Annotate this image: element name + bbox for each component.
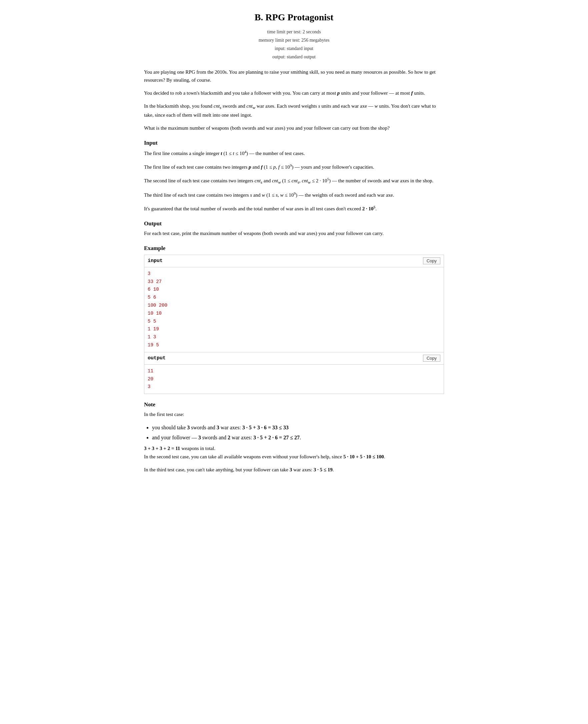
note-para-2: 3 + 3 + 3 + 2 = 11 weapons in total. In … bbox=[144, 444, 444, 461]
note-section: Note In the first test case: you should … bbox=[144, 400, 444, 474]
problem-paragraph-1: You are playing one RPG from the 2010s. … bbox=[144, 68, 444, 85]
note-para-3: In the third test case, you can't take a… bbox=[144, 466, 444, 474]
input-line-7: 5 5 bbox=[148, 318, 440, 326]
input-type: input: standard input bbox=[144, 44, 444, 53]
input-line-1: 3 bbox=[148, 270, 440, 278]
problem-paragraph-3: In the blacksmith shop, you found cnts s… bbox=[144, 102, 444, 119]
input-line-9: 1 3 bbox=[148, 333, 440, 341]
input-example-header: input Copy bbox=[144, 255, 444, 267]
input-line-4: 5 6 bbox=[148, 294, 440, 302]
output-type: output: standard output bbox=[144, 53, 444, 61]
page-title: B. RPG Protagonist bbox=[144, 10, 444, 25]
output-example-header: output Copy bbox=[144, 352, 444, 365]
example-title: Example bbox=[144, 244, 444, 253]
output-line-2: 20 bbox=[148, 375, 440, 383]
output-example-label: output bbox=[148, 354, 166, 362]
input-example-label: input bbox=[148, 257, 163, 265]
input-line-2: 33 27 bbox=[148, 278, 440, 286]
input-line-8: 1 19 bbox=[148, 325, 440, 333]
input-para-1: The first line contains a single integer… bbox=[144, 149, 444, 158]
input-section-title: Input bbox=[144, 139, 444, 147]
output-example-box: output Copy 11 20 3 bbox=[144, 352, 444, 394]
note-bullet-1: you should take 3 swords and 3 war axes:… bbox=[152, 423, 444, 432]
note-bullet-2: and your follower — 3 swords and 2 war a… bbox=[152, 433, 444, 442]
input-line-10: 19 5 bbox=[148, 341, 440, 349]
note-title: Note bbox=[144, 400, 444, 409]
problem-paragraph-2: You decided to rob a town's blacksmith a… bbox=[144, 89, 444, 97]
input-line-3: 6 10 bbox=[148, 286, 440, 294]
input-line-5: 100 200 bbox=[148, 302, 440, 310]
output-para-1: For each test case, print the maximum nu… bbox=[144, 229, 444, 238]
input-para-3: The second line of each test case contai… bbox=[144, 176, 444, 186]
note-para-1: In the first test case: bbox=[144, 410, 444, 419]
input-example-content: 3 33 27 6 10 5 6 100 200 10 10 5 5 1 19 … bbox=[144, 267, 444, 352]
input-para-5: It's guaranteed that the total number of… bbox=[144, 204, 444, 213]
problem-meta: time limit per test: 2 seconds memory li… bbox=[144, 28, 444, 61]
input-para-4: The third line of each test case contain… bbox=[144, 190, 444, 199]
problem-paragraph-4: What is the maximum number of weapons (b… bbox=[144, 124, 444, 132]
output-example-content: 11 20 3 bbox=[144, 365, 444, 394]
input-para-2: The first line of each test case contain… bbox=[144, 162, 444, 171]
input-line-6: 10 10 bbox=[148, 310, 440, 318]
output-copy-button[interactable]: Copy bbox=[423, 355, 440, 362]
time-limit: time limit per test: 2 seconds bbox=[144, 28, 444, 36]
output-line-3: 3 bbox=[148, 383, 440, 391]
memory-limit: memory limit per test: 256 megabytes bbox=[144, 36, 444, 44]
input-example-box: input Copy 3 33 27 6 10 5 6 100 200 10 1… bbox=[144, 255, 444, 352]
output-line-1: 11 bbox=[148, 367, 440, 375]
output-section-title: Output bbox=[144, 219, 444, 228]
input-copy-button[interactable]: Copy bbox=[423, 257, 440, 264]
note-bullet-list: you should take 3 swords and 3 war axes:… bbox=[152, 423, 444, 442]
